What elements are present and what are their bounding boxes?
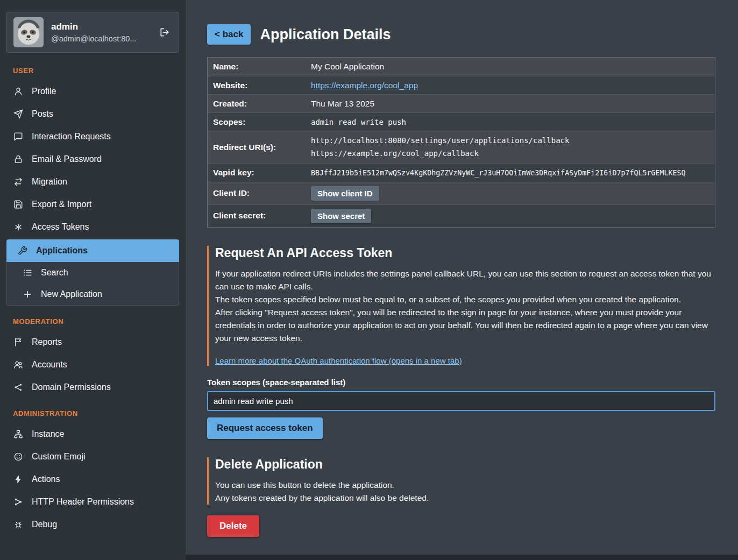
table-row-redirect-uris: Redirect URI(s): http://localhost:8080/s…: [208, 131, 715, 164]
share-nodes-icon: [13, 382, 24, 392]
table-row-client-secret: Client secret: Show secret: [208, 204, 715, 227]
row-label: Client secret:: [208, 208, 311, 224]
plus-icon: [22, 289, 33, 299]
sidebar-item-migration[interactable]: Migration: [0, 171, 186, 193]
sidebar-item-label: Posts: [32, 109, 53, 119]
sidebar-item-reports[interactable]: Reports: [0, 331, 186, 353]
table-row-vapid-key: Vapid key: BBJffJ219b5iE512m7wQSzv4KgKDh…: [208, 164, 715, 182]
token-scopes-form: Token scopes (space-separated list) Requ…: [207, 378, 715, 439]
sidebar-item-label: Instance: [32, 429, 64, 439]
applications-group: Applications Search New Application: [6, 239, 179, 306]
application-details-table: Name: My Cool Application Website: https…: [207, 57, 715, 228]
website-link[interactable]: https://example.org/cool_app: [311, 81, 418, 90]
http-headers-icon: [13, 497, 24, 507]
request-access-token-button[interactable]: Request access token: [207, 417, 323, 439]
token-scopes-input[interactable]: [207, 391, 715, 411]
smiley-icon: [13, 452, 24, 462]
sidebar-item-label: Migration: [32, 177, 67, 187]
request-token-paragraph: After clicking "Request access token", y…: [215, 306, 715, 345]
scopes-value: admin read write push: [311, 115, 406, 130]
delete-application-section: Delete Application You can use this butt…: [207, 457, 715, 505]
page-header: < back Application Details: [207, 24, 715, 45]
exchange-arrows-icon: [13, 177, 24, 187]
table-row-created: Created: Thu Mar 13 2025: [208, 94, 715, 112]
show-client-id-button[interactable]: Show client ID: [311, 186, 379, 201]
sidebar-item-posts[interactable]: Posts: [0, 103, 186, 125]
sidebar: admin @admin@localhost:80... USER Profil…: [0, 0, 186, 560]
sidebar-item-applications-search[interactable]: Search: [7, 262, 179, 283]
created-value: Thu Mar 13 2025: [311, 96, 374, 112]
sidebar-item-profile[interactable]: Profile: [0, 80, 186, 103]
applications-submenu: Search New Application: [6, 262, 179, 306]
sidebar-item-domain-permissions[interactable]: Domain Permissions: [0, 376, 186, 399]
user-handle: @admin@localhost:80...: [51, 34, 136, 43]
section-title-administration: ADMINISTRATION: [0, 399, 186, 423]
page-title: Application Details: [260, 26, 391, 43]
users-icon: [13, 360, 24, 370]
redirect-uri-value: https://example.org/cool_app/callback: [311, 147, 569, 160]
speech-bubble-icon: [13, 132, 24, 141]
sidebar-item-label: Applications: [36, 246, 88, 256]
user-name: admin: [51, 22, 136, 32]
vapid-key-value: BBJffJ219b5iE512m7wQSzv4KgKDhgZZVzNyWC_r…: [311, 166, 685, 180]
sidebar-item-applications[interactable]: Applications: [6, 239, 179, 262]
floppy-disk-icon: [13, 200, 24, 209]
sidebar-item-export-import[interactable]: Export & Import: [0, 193, 186, 216]
table-row-scopes: Scopes: admin read write push: [208, 112, 715, 131]
delete-button[interactable]: Delete: [207, 515, 259, 537]
sidebar-item-http-header-permissions[interactable]: HTTP Header Permissions: [0, 491, 186, 513]
sidebar-item-label: New Application: [41, 289, 102, 299]
sidebar-item-label: Profile: [32, 87, 56, 96]
row-label: Name:: [208, 59, 311, 75]
user-icon: [13, 87, 24, 96]
user-nav: Profile Posts Interaction Requests Email…: [0, 80, 186, 306]
delete-application-paragraph: You can use this button to delete the ap…: [215, 479, 715, 492]
redirect-uri-value: http://localhost:8080/settings/user/appl…: [311, 134, 569, 147]
paper-plane-icon: [13, 109, 24, 119]
sidebar-item-label: Reports: [32, 337, 62, 347]
back-button[interactable]: < back: [207, 24, 251, 45]
token-scopes-label: Token scopes (space-separated list): [207, 378, 715, 387]
sidebar-item-label: Actions: [32, 474, 60, 484]
sidebar-item-actions[interactable]: Actions: [0, 468, 186, 491]
sidebar-item-accounts[interactable]: Accounts: [0, 353, 186, 376]
table-row-name: Name: My Cool Application: [208, 58, 715, 76]
user-card[interactable]: admin @admin@localhost:80...: [6, 12, 179, 53]
sloth-avatar-image: [13, 17, 44, 47]
sidebar-item-email-password[interactable]: Email & Password: [0, 148, 186, 171]
section-title-user: USER: [0, 56, 186, 80]
sidebar-item-new-application[interactable]: New Application: [7, 283, 179, 305]
show-secret-button[interactable]: Show secret: [311, 209, 371, 223]
asterisk-icon: [13, 222, 24, 232]
sidebar-item-label: Interaction Requests: [32, 132, 111, 141]
row-label: Vapid key:: [208, 165, 311, 181]
request-token-paragraph: If your application redirect URIs includ…: [215, 267, 715, 293]
sidebar-item-custom-emoji[interactable]: Custom Emoji: [0, 445, 186, 468]
sitemap-icon: [13, 429, 24, 439]
logout-button[interactable]: [157, 24, 172, 40]
table-row-client-id: Client ID: Show client ID: [208, 182, 715, 204]
sidebar-item-label: Accounts: [32, 360, 67, 370]
row-label: Redirect URI(s):: [208, 139, 311, 155]
oauth-docs-link[interactable]: Learn more about the OAuth authenticatio…: [215, 356, 462, 365]
request-token-heading: Request An API Access Token: [215, 246, 715, 260]
request-token-section: Request An API Access Token If your appl…: [207, 246, 715, 366]
sidebar-item-instance[interactable]: Instance: [0, 423, 186, 445]
row-label: Created:: [208, 96, 311, 112]
sidebar-item-debug[interactable]: Debug: [0, 513, 186, 536]
bolt-icon: [13, 474, 24, 484]
sidebar-item-label: Email & Password: [32, 154, 102, 164]
bug-icon: [13, 520, 24, 529]
request-token-paragraph: The token scopes specified below must be…: [215, 293, 715, 306]
tools-icon: [17, 246, 28, 256]
sidebar-item-interaction-requests[interactable]: Interaction Requests: [0, 125, 186, 148]
sidebar-item-label: Export & Import: [32, 200, 91, 209]
flag-icon: [13, 337, 24, 347]
main-panel: < back Application Details Name: My Cool…: [186, 0, 738, 555]
sidebar-item-label: Domain Permissions: [32, 382, 111, 392]
sidebar-item-label: Search: [41, 268, 68, 278]
section-title-moderation: MODERATION: [0, 307, 186, 331]
sidebar-item-access-tokens[interactable]: Access Tokens: [0, 216, 186, 238]
delete-application-paragraph: Any tokens created by the application wi…: [215, 492, 715, 505]
row-label: Website:: [208, 77, 311, 94]
